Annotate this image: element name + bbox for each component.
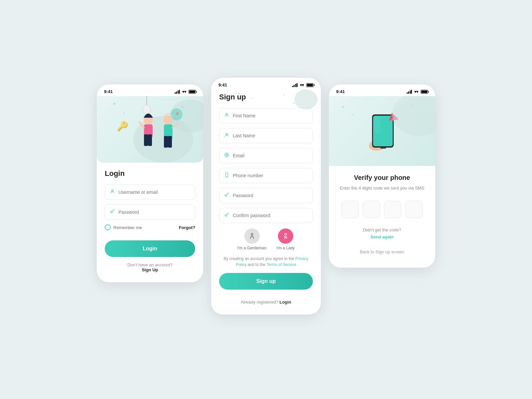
svg-text:🔑: 🔑 — [117, 121, 128, 132]
remember-left[interactable]: Remember me — [105, 224, 142, 230]
svg-rect-13 — [164, 136, 168, 148]
status-icons-1: ▾▾ — [175, 89, 196, 94]
status-bar-2: 9:41 ▾▾ — [211, 78, 321, 89]
svg-point-25 — [251, 233, 253, 235]
login-screen: 9:41 ▾▾ 🔑 📍 — [97, 84, 203, 282]
wifi-icon-3: ▾▾ — [414, 89, 418, 94]
password-input-1[interactable] — [118, 209, 190, 215]
code-box-1[interactable] — [341, 201, 359, 218]
phone-field[interactable] — [219, 168, 313, 183]
svg-point-16 — [111, 190, 113, 192]
key-icon-3 — [224, 212, 229, 219]
time-2: 9:41 — [218, 82, 227, 87]
firstname-input[interactable] — [233, 113, 308, 118]
confirm-password-input[interactable] — [233, 213, 308, 218]
signup-screen: 9:41 ▾▾ Sign up — [211, 78, 321, 315]
lady-label: I'm a Lady — [276, 246, 295, 250]
time-3: 9:41 — [336, 89, 345, 94]
confirm-password-field[interactable] — [219, 208, 313, 223]
username-field[interactable] — [105, 185, 195, 200]
time-1: 9:41 — [104, 89, 113, 94]
signal-icon-1 — [175, 90, 180, 94]
back-text[interactable]: Back to Sign up screen — [337, 249, 427, 254]
user-icon-3 — [224, 132, 229, 139]
wifi-icon-2: ▾▾ — [300, 83, 304, 87]
battery-icon-2 — [306, 83, 314, 87]
dot — [123, 113, 125, 114]
signup-password-input[interactable] — [233, 193, 308, 198]
code-box-4[interactable] — [405, 201, 423, 218]
battery-icon-3 — [421, 90, 428, 94]
phone-input[interactable] — [233, 173, 308, 178]
verify-content: Verify your phone Enter the 4 digits cod… — [329, 166, 435, 268]
svg-point-19 — [226, 133, 227, 135]
signup-prompt: Don't have an account? Sign Up — [105, 262, 195, 272]
signal-icon-2 — [292, 83, 298, 87]
no-account-text: Don't have an account? — [127, 262, 173, 267]
dot — [342, 106, 344, 108]
dot — [238, 93, 239, 94]
lady-icon — [278, 228, 293, 244]
terms-text: By creating an account you agree to the … — [219, 256, 313, 268]
login-content: Login Re — [97, 163, 203, 282]
already-text: Already registered? — [241, 300, 278, 305]
signup-content: Sign up — [211, 89, 321, 315]
screens-container: 9:41 ▾▾ 🔑 📍 — [97, 84, 435, 315]
status-bar-1: 9:41 ▾▾ — [97, 84, 203, 96]
email-field[interactable] — [219, 148, 313, 163]
remember-label: Remember me — [113, 225, 142, 230]
remember-row: Remember me Forgot? — [105, 224, 195, 230]
at-icon — [224, 152, 229, 159]
resend-link[interactable]: Send again — [337, 234, 427, 239]
svg-rect-8 — [144, 134, 148, 146]
user-icon-2 — [224, 112, 229, 119]
gentleman-icon — [244, 228, 260, 244]
signal-icon-3 — [407, 90, 412, 94]
signup-link[interactable]: Sign Up — [142, 267, 158, 272]
svg-rect-9 — [148, 134, 152, 146]
code-box-2[interactable] — [363, 201, 380, 218]
username-input[interactable] — [118, 190, 190, 195]
battery-icon-1 — [189, 90, 196, 94]
svg-point-18 — [226, 113, 227, 115]
login-button[interactable]: Login — [105, 240, 195, 257]
key-icon-2 — [224, 192, 229, 199]
lastname-field[interactable] — [219, 128, 313, 143]
svg-rect-14 — [168, 136, 172, 148]
verify-screen: 9:41 ▾▾ — [329, 84, 435, 268]
verify-subtitle: Enter the 4 digits code we sent you via … — [337, 185, 427, 192]
resend-text: Didn't get the code? — [337, 227, 427, 232]
svg-point-17 — [111, 211, 112, 213]
dot — [251, 98, 252, 99]
status-icons-2: ▾▾ — [292, 83, 314, 87]
already-registered: Already registered? Login — [219, 300, 313, 305]
lastname-input[interactable] — [233, 133, 308, 138]
lady-option[interactable]: I'm a Lady — [276, 228, 295, 250]
login-link[interactable]: Login — [279, 300, 291, 305]
svg-point-20 — [226, 154, 227, 156]
status-bar-3: 9:41 ▾▾ — [329, 84, 435, 96]
dot — [283, 94, 284, 95]
signup-password-field[interactable] — [219, 188, 313, 203]
verify-illustration — [329, 96, 435, 166]
dot — [113, 103, 115, 105]
code-box-3[interactable] — [384, 201, 401, 218]
signup-button[interactable]: Sign up — [219, 273, 313, 290]
service-link[interactable]: Terms of Service — [266, 262, 296, 267]
forgot-link[interactable]: Forgot? — [179, 225, 195, 230]
login-title: Login — [105, 169, 195, 178]
dot — [293, 103, 294, 104]
gender-row: I'm a Gentleman I'm a Lady — [219, 228, 313, 250]
wifi-icon-1: ▾▾ — [182, 89, 186, 94]
password-field[interactable] — [105, 204, 195, 220]
svg-point-5 — [143, 105, 151, 114]
svg-point-27 — [285, 233, 287, 235]
gentleman-option[interactable]: I'm a Gentleman — [237, 228, 267, 250]
svg-rect-32 — [380, 148, 386, 149]
remember-checkbox[interactable] — [105, 224, 111, 230]
email-input[interactable] — [233, 153, 308, 158]
key-icon-1 — [110, 209, 115, 215]
firstname-field[interactable] — [219, 108, 313, 123]
gentleman-label: I'm a Gentleman — [237, 246, 267, 250]
terms-and: and to the — [248, 262, 265, 267]
